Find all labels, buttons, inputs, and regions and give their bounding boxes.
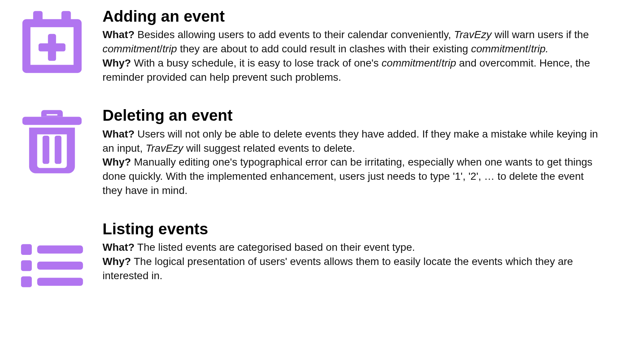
document-page: Adding an event What? Besides allowing u… [0, 0, 618, 364]
trash-icon [9, 107, 95, 176]
section-list-text: Listing events What? The listed events a… [95, 220, 603, 283]
section-delete-text: Deleting an event What? Users will not o… [95, 107, 603, 197]
calendar-add-icon [9, 7, 95, 77]
svg-rect-6 [55, 136, 61, 164]
svg-rect-12 [37, 278, 83, 286]
svg-rect-5 [43, 136, 49, 164]
heading-list: Listing events [103, 220, 603, 238]
list-icon [9, 220, 95, 299]
svg-rect-3 [39, 43, 65, 52]
svg-rect-7 [21, 244, 32, 255]
svg-rect-4 [22, 117, 82, 125]
body-add: What? Besides allowing users to add even… [103, 28, 603, 84]
svg-rect-11 [21, 276, 32, 287]
svg-rect-9 [21, 260, 32, 271]
section-delete-event: Deleting an event What? Users will not o… [9, 107, 603, 197]
section-list-events: Listing events What? The listed events a… [9, 220, 603, 299]
heading-add: Adding an event [103, 7, 603, 25]
heading-delete: Deleting an event [103, 107, 603, 124]
body-list: What? The listed events are categorised … [103, 240, 603, 283]
svg-rect-10 [37, 262, 83, 270]
section-add-text: Adding an event What? Besides allowing u… [95, 7, 603, 84]
svg-rect-8 [37, 246, 83, 254]
body-delete: What? Users will not only be able to del… [103, 127, 603, 198]
section-add-event: Adding an event What? Besides allowing u… [9, 7, 603, 84]
